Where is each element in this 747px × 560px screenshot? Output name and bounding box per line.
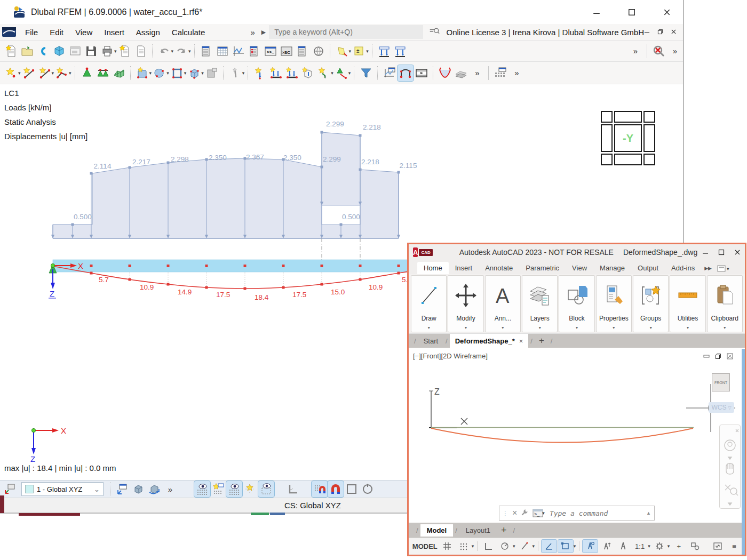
navigator-toggle-button[interactable] <box>2 481 18 497</box>
menu-overflow-chevron[interactable]: » <box>247 28 258 37</box>
command-prompt-icon[interactable]: ▾ <box>533 509 545 517</box>
new-layout-button[interactable]: + <box>497 525 511 536</box>
view-cube-corner[interactable] <box>601 111 613 123</box>
new-file-tab-button[interactable]: + <box>535 335 549 346</box>
autocad-view-cube-front[interactable]: FRONT <box>712 373 730 391</box>
viewport-restore-icon[interactable] <box>715 352 721 362</box>
tab-addins[interactable]: Add-ins <box>665 262 701 274</box>
new-rect-surface-button[interactable] <box>169 65 185 81</box>
save-button[interactable] <box>83 43 99 59</box>
command-wrench-icon[interactable] <box>521 508 529 518</box>
toolbar1-more-button[interactable]: » <box>627 43 643 59</box>
ucs-indicator-button[interactable] <box>285 481 301 497</box>
annotation-visibility-icon[interactable] <box>583 540 598 553</box>
new-nodal-load-button[interactable] <box>252 65 268 81</box>
diagram-panel-button[interactable] <box>231 43 247 59</box>
ribbon-tab-overflow-icon[interactable]: ▶▶ <box>701 262 715 274</box>
show-grid-points-button[interactable] <box>242 481 258 497</box>
report-panel-button[interactable] <box>295 43 311 59</box>
new-line-button[interactable] <box>21 65 37 81</box>
new-view-button[interactable] <box>114 481 130 497</box>
rfem-maximize-button[interactable] <box>620 3 643 21</box>
panel-expand-icon[interactable]: ▾ <box>650 322 652 332</box>
tables-panel-button[interactable] <box>214 43 231 59</box>
view-cube-edge[interactable] <box>643 124 655 152</box>
rfem-close-button[interactable] <box>655 3 679 21</box>
command-grip[interactable]: ⋮ <box>503 510 508 516</box>
model-space-toggle[interactable]: MODEL <box>412 540 438 553</box>
search-list-icon[interactable] <box>428 26 440 38</box>
view-cube-corner[interactable] <box>601 154 613 165</box>
panel-expand-icon[interactable]: ▾ <box>465 322 467 332</box>
ribbon-panel-groups[interactable]: Groups▾ <box>633 275 669 332</box>
generated-load-2-button[interactable] <box>392 43 408 59</box>
rotate-view-button[interactable] <box>146 481 162 497</box>
viewport-cs-dropdown[interactable]: 1 - Global XYZ⌄ <box>21 482 104 496</box>
isolate-objects-icon[interactable] <box>688 540 703 553</box>
tab-insert[interactable]: Insert <box>449 262 479 274</box>
new-solid-button[interactable] <box>186 65 202 81</box>
dropdown-arrow-icon[interactable]: ▾ <box>513 543 515 549</box>
annotation-scale-value[interactable]: 1:1 <box>632 540 647 553</box>
menu-item-calculate[interactable]: Calculate <box>166 26 211 39</box>
show-results-button[interactable] <box>398 65 414 81</box>
snap-mode-icon[interactable] <box>456 540 471 553</box>
views-more-button[interactable]: » <box>162 481 178 497</box>
undo-button[interactable] <box>156 43 172 59</box>
polar-tracking-icon[interactable] <box>497 540 512 553</box>
printout-report-button[interactable] <box>133 43 149 59</box>
dropdown-arrow-icon[interactable]: ▾ <box>667 543 670 549</box>
autocad-drawing-area[interactable]: Z [−][Front][2D Wireframe] FRONT WCS▽ <box>409 348 745 523</box>
assign-tool-button[interactable] <box>227 65 243 81</box>
file-tab-document[interactable]: DeformedShape_* × <box>450 334 529 348</box>
new-member-load-button[interactable] <box>268 65 284 81</box>
generated-load-1-button[interactable] <box>376 43 392 59</box>
view-cube-edge[interactable] <box>601 124 613 152</box>
print-button[interactable] <box>99 43 115 59</box>
new-imposed-line-button[interactable] <box>316 65 332 81</box>
support-assistant-button[interactable] <box>311 43 327 59</box>
ortho-mode-icon[interactable] <box>481 540 496 553</box>
customization-menu[interactable]: ≡ <box>727 540 742 553</box>
autocad-close-button[interactable] <box>729 246 745 258</box>
run-keyword-icon[interactable]: ▶ <box>258 29 269 36</box>
panel-expand-icon[interactable]: ▾ <box>428 322 430 332</box>
show-numbering-button[interactable] <box>194 481 210 497</box>
snap-objects-button[interactable] <box>328 481 344 497</box>
navigation-bar[interactable] <box>719 425 741 509</box>
ribbon-panel-draw[interactable]: Draw▾ <box>411 275 447 332</box>
layout-tab-model[interactable]: Model <box>420 524 454 537</box>
tab-manage[interactable]: Manage <box>593 262 631 274</box>
filter-results-button[interactable] <box>358 65 374 81</box>
new-mesh-refinement-button[interactable] <box>111 65 127 81</box>
ribbon-panel-block[interactable]: Block▾ <box>559 275 594 332</box>
result-diagrams-button[interactable] <box>382 65 398 81</box>
panel-restore-icon[interactable] <box>657 27 663 37</box>
new-surface-button[interactable] <box>134 65 150 81</box>
autocad-minimize-button[interactable] <box>697 246 713 258</box>
ribbon-panel-layers[interactable]: Layers▾ <box>522 275 558 332</box>
model-data-button[interactable] <box>67 43 83 59</box>
command-close-icon[interactable]: × <box>512 508 517 518</box>
object-snap-tracking-icon[interactable] <box>542 540 557 553</box>
layout-tab-layout1[interactable]: Layout1 <box>459 524 497 537</box>
redo-button[interactable] <box>173 43 189 59</box>
tab-annotate[interactable]: Annotate <box>479 262 519 274</box>
view-cube-edge[interactable] <box>614 111 642 123</box>
new-free-load-button[interactable] <box>300 65 316 81</box>
dropdown-arrow-icon[interactable]: ▾ <box>533 543 535 549</box>
tab-view[interactable]: View <box>566 262 593 274</box>
isometric-drafting-icon[interactable] <box>517 540 532 553</box>
ribbon-panel-utilities[interactable]: Utilities▾ <box>670 275 705 332</box>
new-node-button[interactable] <box>3 65 19 81</box>
panel-close-icon[interactable] <box>671 27 677 37</box>
mode-shapes-button[interactable] <box>437 65 453 81</box>
dropdown-arrow-icon[interactable]: ▾ <box>472 543 474 549</box>
new-block-button[interactable] <box>204 65 220 81</box>
viewport-controls-label[interactable]: [−][Front][2D Wireframe] <box>413 352 488 360</box>
console-panel-button[interactable] <box>263 43 279 59</box>
menu-item-edit[interactable]: Edit <box>44 26 69 39</box>
status-plus[interactable]: + <box>671 540 686 553</box>
toolbar2-more-button[interactable]: » <box>469 65 485 81</box>
command-input[interactable] <box>549 509 642 518</box>
